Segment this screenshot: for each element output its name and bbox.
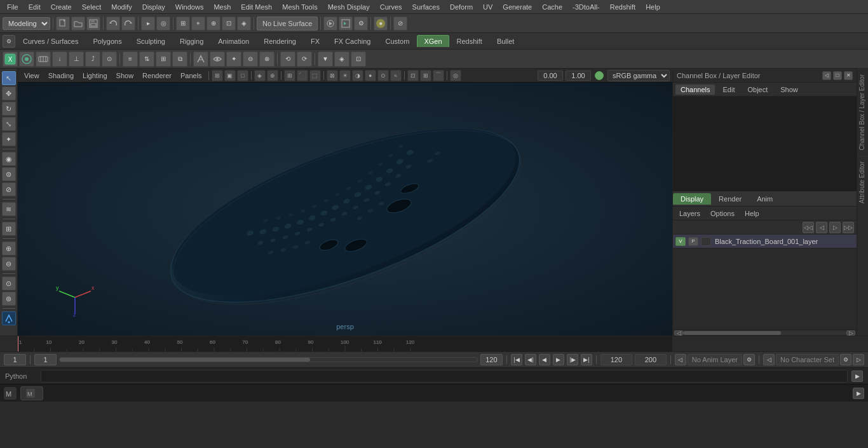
channels-tab[interactable]: Channels xyxy=(675,85,715,95)
live-surface-button[interactable]: No Live Surface xyxy=(257,17,318,31)
hud-button[interactable]: ⊡ xyxy=(407,70,419,81)
layer-end-button[interactable]: ▷▷ xyxy=(843,222,854,233)
render-button[interactable] xyxy=(323,17,337,31)
menu-cache[interactable]: Cache xyxy=(538,2,567,12)
menu-edit[interactable]: Edit xyxy=(24,2,45,12)
viewport-show-menu[interactable]: Show xyxy=(112,71,138,80)
xgen-icon-4[interactable]: ↓ xyxy=(52,51,67,67)
maya-taskbar-item[interactable]: M xyxy=(20,386,43,400)
tool-3[interactable]: ⊙ xyxy=(2,276,16,290)
xgen-icon-9[interactable]: ⇅ xyxy=(139,51,154,67)
layer-color-swatch[interactable] xyxy=(701,237,711,246)
layer-scrollbar[interactable]: ◁ ▷ xyxy=(673,329,857,336)
select-tool-button[interactable]: ▸ xyxy=(141,17,155,31)
menu-curves[interactable]: Curves xyxy=(376,2,407,12)
menu-redshift[interactable]: Redshift xyxy=(606,2,640,12)
new-scene-button[interactable] xyxy=(56,17,70,31)
display-circle-button[interactable]: ● xyxy=(374,17,388,31)
layer-scrollbar-track[interactable] xyxy=(683,331,846,335)
viewport-canvas[interactable]: x y z persp xyxy=(18,83,672,336)
taskbar-end-button[interactable]: ▶ xyxy=(853,388,864,399)
menu-uv[interactable]: UV xyxy=(478,2,497,12)
camera-prev-button[interactable]: ⊞ xyxy=(212,70,223,81)
film-gate-button[interactable]: □ xyxy=(237,70,248,81)
layer-prev-button[interactable]: ◁◁ xyxy=(803,222,814,233)
timeline-range-bar[interactable] xyxy=(59,357,478,362)
redo-button[interactable] xyxy=(121,17,135,31)
viewport-view-menu[interactable]: View xyxy=(20,71,43,80)
tab-polygons[interactable]: Polygons xyxy=(86,35,128,47)
menu-generate[interactable]: Generate xyxy=(498,2,536,12)
workspace-selector[interactable]: Modeling xyxy=(3,17,50,30)
tab-rigging[interactable]: Rigging xyxy=(173,35,210,47)
viewport-renderer-menu[interactable]: Renderer xyxy=(139,71,175,80)
edit-tab[interactable]: Edit xyxy=(717,85,740,95)
menu-modify[interactable]: Modify xyxy=(107,2,136,12)
snap-view-button[interactable]: ⊡ xyxy=(222,17,236,31)
xgen-icon-6[interactable]: ⤴ xyxy=(85,51,100,67)
wireframe-button[interactable]: ⊞ xyxy=(284,70,295,81)
ao-button[interactable]: ● xyxy=(365,70,376,81)
options-menu[interactable]: Options xyxy=(707,208,738,219)
menu-mesh-display[interactable]: Mesh Display xyxy=(323,2,374,12)
menu-edit-mesh[interactable]: Edit Mesh xyxy=(236,2,276,12)
snap-live-button[interactable]: ◈ xyxy=(237,17,251,31)
tab-fx-caching[interactable]: FX Caching xyxy=(327,35,377,47)
char-next[interactable]: ▷ xyxy=(853,354,864,365)
tab-redshift[interactable]: Redshift xyxy=(450,35,489,47)
viewport-lighting-menu[interactable]: Lighting xyxy=(79,71,111,80)
menu-create[interactable]: Create xyxy=(46,2,76,12)
play-back-button[interactable]: ◀ xyxy=(539,354,550,365)
menu-file[interactable]: File xyxy=(3,2,23,12)
menu-display[interactable]: Display xyxy=(138,2,170,12)
render-settings-button[interactable]: ⚙ xyxy=(354,17,368,31)
viewport-panels-menu[interactable]: Panels xyxy=(177,71,206,80)
menu-deform[interactable]: Deform xyxy=(445,2,477,12)
open-scene-button[interactable] xyxy=(71,17,85,31)
universal-manip-button[interactable]: ✦ xyxy=(2,132,16,146)
ipr-render-button[interactable] xyxy=(339,17,353,31)
range-end-input[interactable] xyxy=(480,354,503,365)
color-space-select[interactable]: sRGB gamma xyxy=(607,70,670,81)
object-tab[interactable]: Object xyxy=(742,85,773,95)
python-run-button[interactable]: ▶ xyxy=(851,370,863,382)
layer-back-button[interactable]: ◁ xyxy=(816,222,827,233)
xgen-icon-19[interactable]: ▼ xyxy=(318,51,333,67)
channel-editor-btn-2[interactable]: □ xyxy=(833,71,842,80)
channel-editor-close[interactable]: ✕ xyxy=(844,71,853,80)
menu-3dtall[interactable]: -3DtoAll- xyxy=(568,2,604,12)
play-forward-button[interactable]: ▶ xyxy=(553,354,564,365)
tool-1[interactable]: ⊕ xyxy=(2,241,16,255)
menu-windows[interactable]: Windows xyxy=(171,2,208,12)
tool-2[interactable]: ⊖ xyxy=(2,257,16,271)
xgen-icon-5[interactable]: ⊥ xyxy=(69,51,84,67)
xgen-active-tool[interactable] xyxy=(2,311,16,325)
layer-fwd-button[interactable]: ▷ xyxy=(829,222,841,233)
smooth-shaded-button[interactable]: ⬛ xyxy=(297,70,308,81)
quick-layout-button[interactable]: ⊞ xyxy=(2,222,16,236)
grid-button[interactable]: ⊞ xyxy=(420,70,431,81)
layer-visible-toggle[interactable]: V xyxy=(675,237,686,246)
xgen-icon-14[interactable]: ✦ xyxy=(226,51,241,67)
xgen-icon-17[interactable]: ⟲ xyxy=(280,51,295,67)
wireframe-shaded-button[interactable]: ⬚ xyxy=(309,70,321,81)
xray-button[interactable]: ⊘ xyxy=(393,17,407,31)
xgen-icon-1[interactable]: X xyxy=(3,51,18,67)
layer-scroll-right[interactable]: ▷ xyxy=(846,330,855,336)
tool-4[interactable]: ⊚ xyxy=(2,292,16,306)
xgen-icon-7[interactable]: ⊙ xyxy=(102,51,117,67)
light-button[interactable]: ☀ xyxy=(339,70,351,81)
xgen-icon-10[interactable]: ⊞ xyxy=(156,51,171,67)
camera-next-button[interactable]: ▣ xyxy=(224,70,236,81)
layers-menu[interactable]: Layers xyxy=(675,208,704,219)
motion-blur-button[interactable]: ≈ xyxy=(390,70,402,81)
channel-box-edge-label[interactable]: Channel Box / Layer Editor xyxy=(857,69,868,156)
anim-layer-tab[interactable]: Anim xyxy=(749,193,780,205)
render-layer-tab[interactable]: Render xyxy=(711,193,749,205)
snap-curve-button[interactable]: ⌖ xyxy=(191,17,205,31)
shadow-button[interactable]: ◑ xyxy=(352,70,363,81)
tab-rendering[interactable]: Rendering xyxy=(257,35,303,47)
tab-custom[interactable]: Custom xyxy=(379,35,417,47)
menu-help[interactable]: Help xyxy=(641,2,665,12)
step-forward-button[interactable]: |▶ xyxy=(567,354,578,365)
